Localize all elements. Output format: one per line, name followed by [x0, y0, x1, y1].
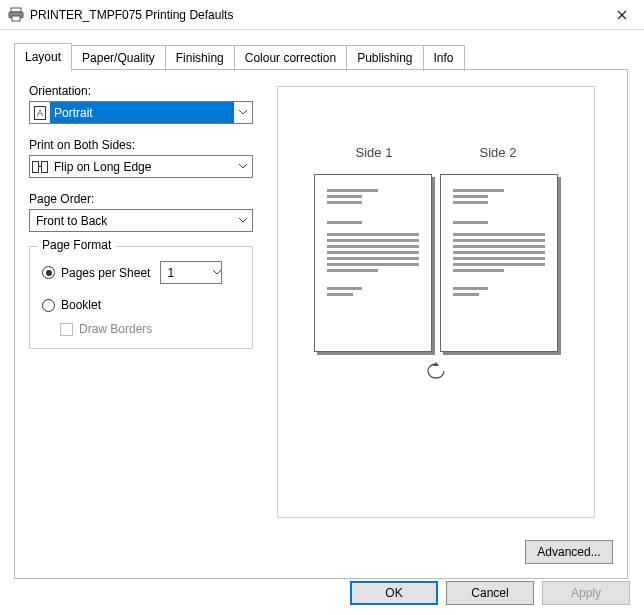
tab-paper-quality[interactable]: Paper/Quality	[71, 45, 166, 71]
advanced-button[interactable]: Advanced...	[525, 540, 613, 564]
flip-long-edge-icon	[30, 161, 50, 173]
ok-button[interactable]: OK	[350, 581, 438, 605]
svg-rect-2	[12, 16, 20, 21]
booklet-label[interactable]: Booklet	[61, 298, 101, 312]
pages-per-sheet-combo[interactable]: 1	[160, 261, 222, 284]
tab-finishing[interactable]: Finishing	[165, 45, 235, 71]
page-order-label: Page Order:	[29, 192, 253, 206]
draw-borders-checkbox	[60, 323, 73, 336]
orientation-label: Orientation:	[29, 84, 253, 98]
portrait-page-icon: A	[30, 106, 50, 120]
both-sides-combo[interactable]: Flip on Long Edge	[29, 155, 253, 178]
pages-per-sheet-value: 1	[161, 266, 213, 280]
page-order-combo[interactable]: Front to Back	[29, 209, 253, 232]
svg-rect-7	[42, 161, 48, 172]
both-sides-value: Flip on Long Edge	[50, 156, 234, 177]
page-order-value: Front to Back	[30, 210, 234, 231]
orientation-combo[interactable]: A Portrait	[29, 101, 253, 124]
preview-side2-label: Side 2	[480, 145, 517, 160]
svg-point-3	[20, 13, 22, 15]
tab-panel-layout: Orientation: A Portrait Print on Both Si…	[14, 69, 628, 579]
preview-page-1	[314, 174, 432, 352]
pages-per-sheet-radio[interactable]	[42, 266, 55, 279]
both-sides-label: Print on Both Sides:	[29, 138, 253, 152]
window-title: PRINTER_TMPF075 Printing Defaults	[24, 8, 600, 22]
booklet-radio[interactable]	[42, 299, 55, 312]
preview-pane: Side 1 Side 2	[277, 86, 595, 518]
draw-borders-label: Draw Borders	[79, 322, 152, 336]
titlebar: PRINTER_TMPF075 Printing Defaults	[0, 0, 644, 30]
tab-bar: Layout Paper/Quality Finishing Colour co…	[14, 42, 630, 70]
chevron-down-icon	[234, 156, 252, 177]
chevron-down-icon	[234, 102, 252, 123]
tab-info[interactable]: Info	[423, 45, 465, 71]
page-format-legend: Page Format	[38, 238, 115, 252]
apply-button: Apply	[542, 581, 630, 605]
cancel-button[interactable]: Cancel	[446, 581, 534, 605]
tab-publishing[interactable]: Publishing	[346, 45, 423, 71]
page-format-group: Page Format Pages per Sheet 1 Booklet	[29, 246, 253, 349]
svg-rect-0	[11, 8, 21, 12]
chevron-down-icon	[234, 210, 252, 231]
svg-text:A: A	[37, 108, 43, 118]
chevron-down-icon	[213, 270, 221, 275]
tab-colour-correction[interactable]: Colour correction	[234, 45, 347, 71]
flip-indicator-icon	[421, 362, 451, 380]
preview-side1-label: Side 1	[356, 145, 393, 160]
tab-layout[interactable]: Layout	[14, 43, 72, 71]
preview-page-2	[440, 174, 558, 352]
svg-rect-6	[33, 161, 39, 172]
orientation-value: Portrait	[50, 102, 234, 123]
pages-per-sheet-label[interactable]: Pages per Sheet	[61, 266, 150, 280]
printer-icon	[8, 7, 24, 23]
close-button[interactable]	[600, 0, 644, 30]
